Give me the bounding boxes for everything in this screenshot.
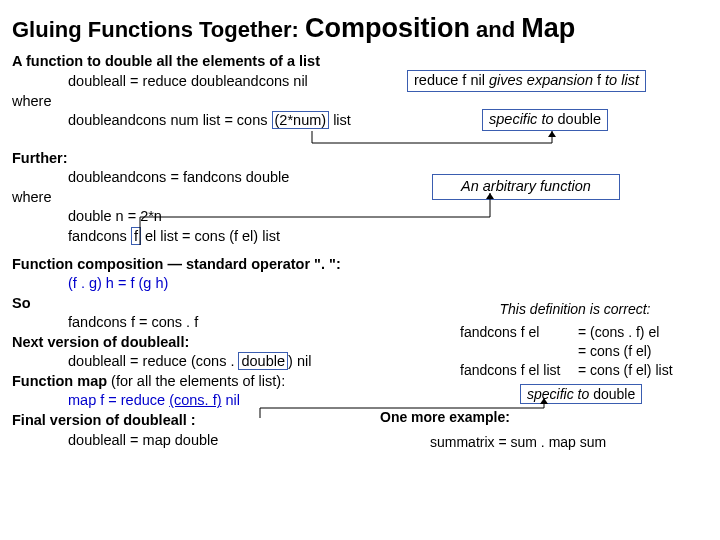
boxed-double: double (238, 352, 288, 370)
page-title: Gluing Functions Together: Composition a… (12, 10, 708, 46)
s3-def: (f . g) h = f (g h) (12, 274, 708, 294)
note-reduce-expansion: reduce f nil gives expansion f to list (407, 70, 646, 92)
note-specific-double-1: specific to double (482, 109, 608, 131)
svg-marker-3 (548, 131, 556, 137)
s2-heading: Further: (12, 149, 708, 169)
s3-heading: Function composition — standard operator… (12, 255, 708, 275)
arrow-2 (140, 189, 500, 247)
boxed-2num: (2*num) (272, 111, 330, 129)
right-column: This definition is correct: fandcons f e… (460, 300, 690, 452)
s3-line2: doubleall = reduce (cons . double) nil (12, 352, 311, 372)
summatrix: summatrix = sum . map sum (430, 433, 690, 452)
svg-marker-7 (486, 193, 494, 199)
svg-marker-11 (540, 398, 548, 404)
arrow-3 (260, 396, 550, 422)
arrow-1 (312, 129, 562, 149)
s1-heading: A function to double all the elements of… (12, 52, 708, 72)
right-heading: This definition is correct: (460, 300, 690, 319)
s1-line2: doubleandcons num list = cons (2*num) li… (12, 111, 351, 131)
